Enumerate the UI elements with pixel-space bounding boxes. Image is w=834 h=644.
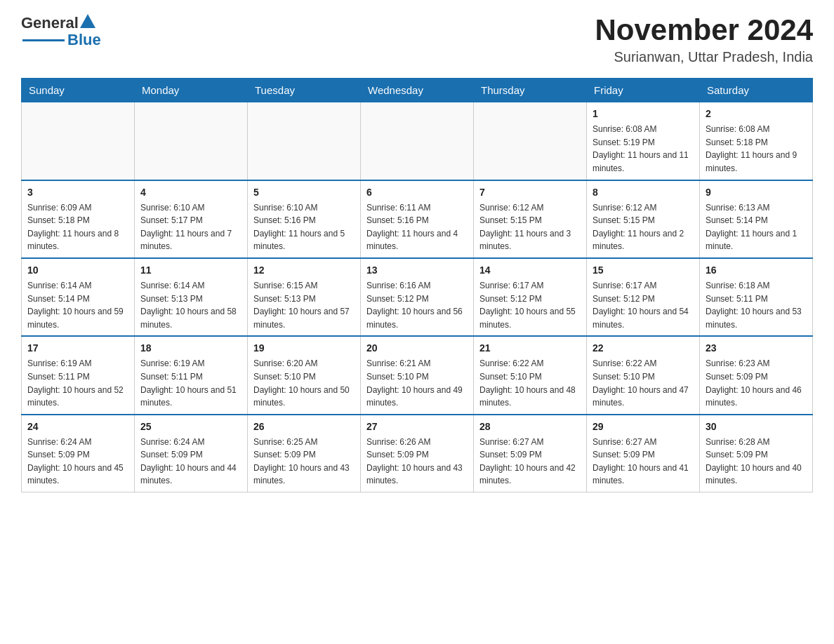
calendar-header-tuesday: Tuesday xyxy=(248,79,361,102)
day-number: 9 xyxy=(706,185,807,200)
day-number: 1 xyxy=(593,107,694,121)
day-info: Sunrise: 6:17 AMSunset: 5:12 PMDaylight:… xyxy=(479,279,581,331)
calendar-cell: 28Sunrise: 6:27 AMSunset: 5:09 PMDayligh… xyxy=(474,415,587,492)
calendar-cell: 20Sunrise: 6:21 AMSunset: 5:10 PMDayligh… xyxy=(361,336,474,414)
day-number: 20 xyxy=(366,341,468,356)
day-info: Sunrise: 6:16 AMSunset: 5:12 PMDaylight:… xyxy=(366,279,468,331)
page-subtitle: Surianwan, Uttar Pradesh, India xyxy=(595,49,813,65)
day-info: Sunrise: 6:22 AMSunset: 5:10 PMDaylight:… xyxy=(593,357,694,409)
day-info: Sunrise: 6:22 AMSunset: 5:10 PMDaylight:… xyxy=(479,357,581,409)
day-info: Sunrise: 6:17 AMSunset: 5:12 PMDaylight:… xyxy=(593,279,694,331)
calendar-week-row: 10Sunrise: 6:14 AMSunset: 5:14 PMDayligh… xyxy=(22,258,813,336)
day-number: 27 xyxy=(366,420,468,434)
page-title: November 2024 xyxy=(595,14,813,46)
day-info: Sunrise: 6:08 AMSunset: 5:19 PMDaylight:… xyxy=(593,123,694,175)
calendar-cell xyxy=(22,102,135,180)
calendar-cell: 27Sunrise: 6:26 AMSunset: 5:09 PMDayligh… xyxy=(361,415,474,492)
day-info: Sunrise: 6:11 AMSunset: 5:16 PMDaylight:… xyxy=(366,201,468,253)
day-info: Sunrise: 6:25 AMSunset: 5:09 PMDaylight:… xyxy=(253,436,355,488)
day-number: 13 xyxy=(366,263,468,278)
day-number: 16 xyxy=(706,263,807,278)
day-number: 30 xyxy=(706,420,807,434)
calendar-cell xyxy=(135,102,248,180)
day-info: Sunrise: 6:12 AMSunset: 5:15 PMDaylight:… xyxy=(593,201,694,253)
calendar-cell: 15Sunrise: 6:17 AMSunset: 5:12 PMDayligh… xyxy=(587,258,700,336)
day-number: 22 xyxy=(593,341,694,356)
day-info: Sunrise: 6:27 AMSunset: 5:09 PMDaylight:… xyxy=(593,436,694,488)
calendar-cell: 22Sunrise: 6:22 AMSunset: 5:10 PMDayligh… xyxy=(587,336,700,414)
calendar-cell xyxy=(474,102,587,180)
calendar-header-sunday: Sunday xyxy=(22,79,135,102)
day-number: 21 xyxy=(479,341,581,356)
day-number: 24 xyxy=(27,420,128,434)
day-info: Sunrise: 6:09 AMSunset: 5:18 PMDaylight:… xyxy=(27,201,128,253)
calendar-cell: 24Sunrise: 6:24 AMSunset: 5:09 PMDayligh… xyxy=(22,415,135,492)
day-info: Sunrise: 6:19 AMSunset: 5:11 PMDaylight:… xyxy=(140,357,241,409)
calendar-cell: 17Sunrise: 6:19 AMSunset: 5:11 PMDayligh… xyxy=(22,336,135,414)
calendar-cell: 30Sunrise: 6:28 AMSunset: 5:09 PMDayligh… xyxy=(700,415,813,492)
calendar-week-row: 17Sunrise: 6:19 AMSunset: 5:11 PMDayligh… xyxy=(22,336,813,414)
day-info: Sunrise: 6:12 AMSunset: 5:15 PMDaylight:… xyxy=(479,201,581,253)
calendar-cell: 8Sunrise: 6:12 AMSunset: 5:15 PMDaylight… xyxy=(587,180,700,258)
calendar-table: SundayMondayTuesdayWednesdayThursdayFrid… xyxy=(21,78,813,492)
day-number: 14 xyxy=(479,263,581,278)
day-number: 7 xyxy=(479,185,581,200)
day-info: Sunrise: 6:19 AMSunset: 5:11 PMDaylight:… xyxy=(27,357,128,409)
svg-marker-0 xyxy=(80,14,95,28)
day-info: Sunrise: 6:18 AMSunset: 5:11 PMDaylight:… xyxy=(706,279,807,331)
calendar-cell: 23Sunrise: 6:23 AMSunset: 5:09 PMDayligh… xyxy=(700,336,813,414)
calendar-cell: 11Sunrise: 6:14 AMSunset: 5:13 PMDayligh… xyxy=(135,258,248,336)
calendar-cell: 7Sunrise: 6:12 AMSunset: 5:15 PMDaylight… xyxy=(474,180,587,258)
day-number: 28 xyxy=(479,420,581,434)
calendar-cell: 14Sunrise: 6:17 AMSunset: 5:12 PMDayligh… xyxy=(474,258,587,336)
calendar-cell: 26Sunrise: 6:25 AMSunset: 5:09 PMDayligh… xyxy=(248,415,361,492)
day-info: Sunrise: 6:26 AMSunset: 5:09 PMDaylight:… xyxy=(366,436,468,488)
calendar-cell: 21Sunrise: 6:22 AMSunset: 5:10 PMDayligh… xyxy=(474,336,587,414)
day-info: Sunrise: 6:14 AMSunset: 5:13 PMDaylight:… xyxy=(140,279,241,331)
day-number: 15 xyxy=(593,263,694,278)
day-number: 3 xyxy=(27,185,128,200)
day-info: Sunrise: 6:20 AMSunset: 5:10 PMDaylight:… xyxy=(253,357,355,409)
calendar-cell: 1Sunrise: 6:08 AMSunset: 5:19 PMDaylight… xyxy=(587,102,700,180)
calendar-header-wednesday: Wednesday xyxy=(361,79,474,102)
calendar-cell: 4Sunrise: 6:10 AMSunset: 5:17 PMDaylight… xyxy=(135,180,248,258)
day-number: 6 xyxy=(366,185,468,200)
calendar-header-saturday: Saturday xyxy=(700,79,813,102)
day-info: Sunrise: 6:13 AMSunset: 5:14 PMDaylight:… xyxy=(706,201,807,253)
title-area: November 2024 Surianwan, Uttar Pradesh, … xyxy=(595,14,813,65)
calendar-cell: 3Sunrise: 6:09 AMSunset: 5:18 PMDaylight… xyxy=(22,180,135,258)
day-number: 2 xyxy=(706,107,807,121)
calendar-cell: 19Sunrise: 6:20 AMSunset: 5:10 PMDayligh… xyxy=(248,336,361,414)
logo-blue-text: Blue xyxy=(67,31,101,49)
day-number: 17 xyxy=(27,341,128,356)
day-number: 8 xyxy=(593,185,694,200)
day-info: Sunrise: 6:27 AMSunset: 5:09 PMDaylight:… xyxy=(479,436,581,488)
calendar-cell: 12Sunrise: 6:15 AMSunset: 5:13 PMDayligh… xyxy=(248,258,361,336)
calendar-header-friday: Friday xyxy=(587,79,700,102)
calendar-cell: 10Sunrise: 6:14 AMSunset: 5:14 PMDayligh… xyxy=(22,258,135,336)
calendar-cell: 2Sunrise: 6:08 AMSunset: 5:18 PMDaylight… xyxy=(700,102,813,180)
calendar-week-row: 24Sunrise: 6:24 AMSunset: 5:09 PMDayligh… xyxy=(22,415,813,492)
calendar-cell xyxy=(361,102,474,180)
day-info: Sunrise: 6:28 AMSunset: 5:09 PMDaylight:… xyxy=(706,436,807,488)
day-number: 12 xyxy=(253,263,355,278)
calendar-cell: 5Sunrise: 6:10 AMSunset: 5:16 PMDaylight… xyxy=(248,180,361,258)
calendar-cell: 18Sunrise: 6:19 AMSunset: 5:11 PMDayligh… xyxy=(135,336,248,414)
calendar-cell: 13Sunrise: 6:16 AMSunset: 5:12 PMDayligh… xyxy=(361,258,474,336)
day-number: 10 xyxy=(27,263,128,278)
page-header: General Blue November 2024 Surianwan, Ut… xyxy=(21,14,813,65)
calendar-week-row: 1Sunrise: 6:08 AMSunset: 5:19 PMDaylight… xyxy=(22,102,813,180)
calendar-cell: 6Sunrise: 6:11 AMSunset: 5:16 PMDaylight… xyxy=(361,180,474,258)
calendar-cell: 25Sunrise: 6:24 AMSunset: 5:09 PMDayligh… xyxy=(135,415,248,492)
calendar-header-thursday: Thursday xyxy=(474,79,587,102)
logo: General Blue xyxy=(21,14,101,49)
calendar-cell: 16Sunrise: 6:18 AMSunset: 5:11 PMDayligh… xyxy=(700,258,813,336)
day-number: 4 xyxy=(140,185,241,200)
day-number: 19 xyxy=(253,341,355,356)
day-info: Sunrise: 6:24 AMSunset: 5:09 PMDaylight:… xyxy=(27,436,128,488)
day-number: 5 xyxy=(253,185,355,200)
day-info: Sunrise: 6:24 AMSunset: 5:09 PMDaylight:… xyxy=(140,436,241,488)
logo-triangle-icon xyxy=(80,14,95,28)
calendar-cell xyxy=(248,102,361,180)
logo-general-text: General xyxy=(21,14,79,32)
